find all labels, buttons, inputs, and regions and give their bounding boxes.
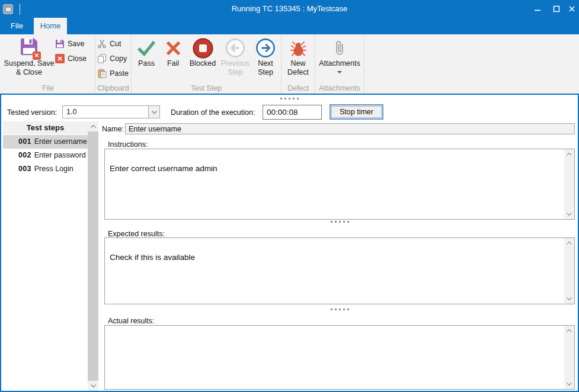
attachments-dropdown-arrow-icon: [337, 71, 342, 73]
tested-version-select[interactable]: 1.0: [62, 105, 160, 118]
suspend-save-close-button[interactable]: ✕ Suspend, Save & Close: [3, 34, 55, 77]
splitter-grip[interactable]: [280, 98, 299, 99]
paste-button[interactable]: Paste: [97, 67, 129, 80]
dropdown-chevron-icon: [151, 110, 158, 114]
suspend-x-badge: ✕: [33, 52, 41, 60]
ribbon-group-defect: New Defect Defect: [281, 34, 315, 94]
test-steps-scrollbar[interactable]: [88, 121, 98, 391]
next-arrow-icon: [255, 38, 276, 58]
scroll-up-button[interactable]: [88, 121, 98, 131]
copy-icon: [97, 54, 107, 63]
previous-step-button[interactable]: Previous Step: [220, 34, 251, 77]
actual-results-scrollbar[interactable]: [564, 326, 574, 389]
blocked-button[interactable]: Blocked: [187, 34, 219, 68]
group-label-file: File: [3, 84, 93, 94]
paste-icon: [97, 69, 107, 78]
scroll-down-button[interactable]: [88, 381, 98, 391]
duration-label: Duration of the execution:: [171, 108, 255, 117]
scroll-down-icon: [566, 297, 572, 301]
instructions-textarea[interactable]: Enter correct username admin: [104, 149, 575, 220]
close-button[interactable]: [565, 0, 579, 18]
scroll-up-icon: [566, 329, 572, 333]
new-defect-button[interactable]: New Defect: [284, 34, 312, 77]
actual-results-textarea[interactable]: [104, 325, 575, 390]
stop-timer-button[interactable]: Stop timer: [330, 104, 383, 120]
tested-version-dropdown-button[interactable]: [148, 106, 159, 118]
app-icon[interactable]: [3, 4, 13, 14]
test-step-item-2[interactable]: 002Enter password: [3, 149, 88, 162]
close-file-button[interactable]: ✕ Close: [55, 52, 87, 65]
pass-check-icon: [136, 39, 156, 57]
expected-results-label: Expected results:: [108, 230, 165, 238]
splitter-grip[interactable]: [331, 309, 349, 310]
name-field[interactable]: [125, 123, 575, 134]
fail-button[interactable]: Fail: [161, 34, 185, 68]
test-steps-header: Test steps: [3, 121, 88, 134]
previous-arrow-icon: [225, 38, 245, 58]
scroll-down-icon: [90, 384, 97, 388]
tab-file[interactable]: File: [0, 18, 34, 34]
tested-version-label: Tested version:: [7, 108, 57, 117]
blocked-stop-icon: [192, 37, 214, 59]
scroll-up-icon: [90, 124, 97, 128]
app-window: Running TC 135345 : MyTestcase File Home: [0, 0, 579, 392]
maximize-icon: [553, 5, 560, 12]
ribbon: ✕ Suspend, Save & Close Save: [0, 34, 579, 95]
ribbon-group-attachments: Attachments Attachments: [315, 34, 364, 94]
window-title: Running TC 135345 : MyTestcase: [71, 0, 508, 18]
title-separator: [20, 4, 20, 15]
next-step-button[interactable]: Next Step: [252, 34, 279, 77]
fail-x-icon: [165, 40, 182, 57]
cut-button[interactable]: Cut: [97, 37, 129, 50]
window-border-left: [0, 95, 1, 392]
instructions-label: Instructions:: [108, 140, 148, 149]
instructions-scrollbar[interactable]: [564, 149, 574, 219]
scroll-up-icon: [566, 241, 572, 245]
tab-home[interactable]: Home: [34, 18, 67, 34]
cut-icon: [97, 39, 107, 49]
suspend-save-close-icon: ✕: [20, 37, 39, 59]
title-bar: Running TC 135345 : MyTestcase: [0, 0, 579, 18]
minimize-button[interactable]: [530, 0, 545, 18]
paperclip-icon: [332, 37, 347, 59]
test-step-item-1[interactable]: 001Enter username: [3, 135, 88, 149]
expected-results-textarea[interactable]: Check if this is available: [104, 237, 575, 304]
group-label-defect: Defect: [283, 84, 313, 94]
scroll-up-icon: [566, 152, 572, 156]
scrollbar-thumb[interactable]: [88, 131, 98, 381]
maximize-button[interactable]: [549, 0, 564, 18]
splitter-grip[interactable]: [331, 221, 349, 223]
actual-results-label: Actual results:: [108, 317, 155, 325]
copy-button[interactable]: Copy: [97, 52, 129, 65]
group-label-attachments: Attachments: [317, 84, 362, 94]
group-label-clipboard: Clipboard: [97, 84, 129, 94]
scroll-down-icon: [566, 212, 572, 216]
scroll-down-icon: [566, 382, 572, 386]
name-label: Name:: [102, 125, 124, 133]
test-step-item-3[interactable]: 003Press Login: [3, 162, 88, 176]
bug-icon: [290, 40, 306, 57]
group-label-test-step: Test Step: [133, 84, 279, 94]
save-floppy-icon: [55, 39, 65, 49]
pass-button[interactable]: Pass: [133, 34, 159, 68]
close-x-icon: ✕: [55, 54, 65, 63]
ribbon-group-file: ✕ Suspend, Save & Close Save: [1, 34, 95, 94]
tested-version-value: 1.0: [66, 106, 76, 118]
ribbon-group-clipboard: Cut Copy: [95, 34, 132, 94]
attachments-button[interactable]: Attachments: [318, 34, 362, 73]
save-button[interactable]: Save: [55, 37, 87, 50]
expected-results-scrollbar[interactable]: [564, 238, 574, 304]
ribbon-group-test-step: Pass Fail: [132, 34, 281, 94]
close-icon: [568, 5, 575, 12]
duration-field[interactable]: [263, 105, 322, 120]
ribbon-tab-bar: File Home: [0, 18, 579, 34]
minimize-icon: [534, 5, 541, 12]
